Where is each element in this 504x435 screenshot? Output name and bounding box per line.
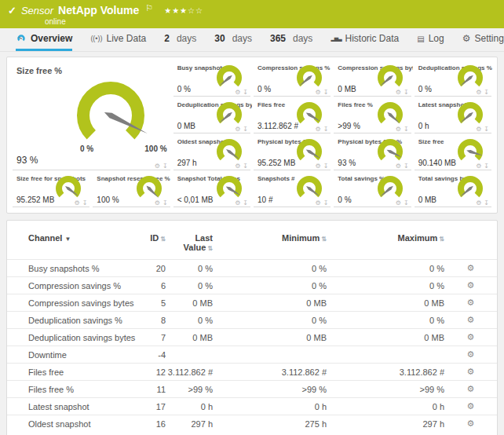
tab-overview[interactable]: Overview <box>16 28 72 51</box>
cell-edit: ⚙ <box>444 277 497 294</box>
table-row: Compression savings bytes50 MB0 MB0 MB⚙ <box>7 294 497 312</box>
tab-settings[interactable]: ⚙ Settings <box>462 28 504 51</box>
gear-icon[interactable]: ⚙ <box>235 200 240 207</box>
pin-icon[interactable]: ↧ <box>484 200 489 207</box>
cell-last: 0 MB <box>166 294 213 312</box>
chart-icon: ▂▅▃ <box>331 35 341 42</box>
tab-log[interactable]: ▤ Log <box>417 28 444 51</box>
gear-icon[interactable]: ⚙ <box>235 126 240 133</box>
gauge-tile: Busy snapshots %0 %⚙↧ <box>172 61 252 98</box>
pin-icon[interactable]: ↧ <box>243 126 248 133</box>
pin-icon[interactable]: ↧ <box>243 90 248 96</box>
pin-icon[interactable]: ↧ <box>163 200 168 207</box>
cell-max: 0 MB <box>327 329 444 346</box>
pin-icon[interactable]: ↧ <box>484 163 489 170</box>
pin-icon[interactable]: ↧ <box>484 90 489 96</box>
col-minimum[interactable]: Minimum⇅ <box>213 230 327 260</box>
col-last-value[interactable]: Last Value⇅ <box>166 230 213 260</box>
pin-icon[interactable]: ↧ <box>404 126 409 133</box>
pin-icon[interactable]: ↧ <box>404 200 409 207</box>
pin-icon[interactable]: ↧ <box>404 90 409 96</box>
tile-actions: ⚙↧ <box>235 90 248 96</box>
pin-icon[interactable]: ↧ <box>82 200 88 207</box>
log-icon: ▤ <box>417 35 424 43</box>
gear-icon[interactable]: ⚙ <box>315 90 320 96</box>
gauge-tile: Size free90.140 MB⚙↧ <box>413 135 493 172</box>
col-channel[interactable]: Channel▼ <box>7 230 141 260</box>
gauge-value: 297 h <box>177 159 197 167</box>
gear-icon[interactable]: ⚙ <box>396 163 401 170</box>
edit-channel-icon[interactable]: ⚙ <box>467 332 475 342</box>
edit-channel-icon[interactable]: ⚙ <box>467 384 475 393</box>
tile-actions: ⚙↧ <box>74 200 87 207</box>
cell-max: 297 h <box>327 415 444 433</box>
gear-icon[interactable]: ⚙ <box>476 126 481 133</box>
cell-last: 3.112.862 # <box>166 364 213 381</box>
cell-id: 7 <box>141 329 166 346</box>
cell-max: 3.112.862 # <box>327 364 444 381</box>
edit-channel-icon[interactable]: ⚙ <box>467 367 475 376</box>
priority-stars[interactable]: ★★★☆☆ <box>164 6 203 15</box>
edit-channel-icon[interactable]: ⚙ <box>467 401 475 411</box>
gear-icon[interactable]: ⚙ <box>476 90 481 96</box>
gear-icon[interactable]: ⚙ <box>476 200 481 207</box>
table-row: Busy snapshots %200 %0 %0 %⚙ <box>7 260 497 277</box>
pin-icon[interactable]: ↧ <box>404 163 409 170</box>
gauge-value: < 0,01 MB <box>177 196 214 204</box>
tab-historic-data[interactable]: ▂▅▃ Historic Data <box>331 28 399 51</box>
cell-ch: Downtime <box>7 346 141 364</box>
object-kind-label: Sensor <box>21 5 53 16</box>
tile-actions: ⚙↧ <box>235 163 248 170</box>
tile-actions: ⚙↧ <box>155 200 168 207</box>
pin-icon[interactable]: ↧ <box>163 163 168 170</box>
gauge-value: 0 % <box>257 85 271 93</box>
cell-edit: ⚙ <box>444 312 497 329</box>
tab-30-days[interactable]: 30 days <box>214 28 252 51</box>
gear-icon[interactable]: ⚙ <box>155 163 160 170</box>
gauge-title: Size free <box>418 138 444 145</box>
gauge-value: 0 MB <box>338 85 356 93</box>
pin-icon[interactable]: ↧ <box>243 163 248 170</box>
gear-icon[interactable]: ⚙ <box>396 200 401 207</box>
gear-icon[interactable]: ⚙ <box>235 90 240 96</box>
tab-2-days[interactable]: 2 days <box>164 28 196 51</box>
pin-icon[interactable]: ↧ <box>484 126 489 133</box>
tab-live-data[interactable]: ((•)) Live Data <box>90 28 146 51</box>
gauge-tile: Deduplication savings %0 %⚙↧ <box>413 61 493 98</box>
edit-channel-icon[interactable]: ⚙ <box>467 298 475 307</box>
gear-icon[interactable]: ⚙ <box>155 200 160 207</box>
col-label: Minimum <box>282 233 320 243</box>
pin-icon[interactable]: ↧ <box>323 163 329 170</box>
gear-icon[interactable]: ⚙ <box>396 90 401 96</box>
edit-channel-icon[interactable]: ⚙ <box>467 280 475 290</box>
cell-ch: Compression savings bytes <box>7 294 141 312</box>
gauge-value: 90.140 MB <box>418 159 456 167</box>
col-maximum[interactable]: Maximum⇅ <box>327 230 444 260</box>
tile-actions: ⚙↧ <box>315 163 328 170</box>
edit-channel-icon[interactable]: ⚙ <box>467 349 475 359</box>
cell-id: 8 <box>141 312 166 329</box>
gear-icon[interactable]: ⚙ <box>396 126 401 133</box>
cell-min: 0 h <box>213 398 327 415</box>
tab-365-days[interactable]: 365 days <box>270 28 312 51</box>
gear-icon[interactable]: ⚙ <box>74 200 79 207</box>
gear-icon[interactable]: ⚙ <box>315 126 320 133</box>
gear-icon[interactable]: ⚙ <box>315 200 320 207</box>
prtg-sensor-page: ✓ Sensor NetApp Volume ⚐ ★★★☆☆ online Ov… <box>0 0 504 435</box>
tile-actions: ⚙↧ <box>396 90 409 96</box>
gear-icon[interactable]: ⚙ <box>476 163 481 170</box>
pin-icon[interactable]: ↧ <box>243 200 248 207</box>
flag-icon[interactable]: ⚐ <box>145 3 153 13</box>
pin-icon[interactable]: ↧ <box>323 200 329 207</box>
tile-actions: ⚙↧ <box>396 163 409 170</box>
edit-channel-icon[interactable]: ⚙ <box>467 315 475 324</box>
pin-icon[interactable]: ↧ <box>323 126 329 133</box>
col-id[interactable]: ID⇅ <box>141 230 166 260</box>
edit-channel-icon[interactable]: ⚙ <box>467 263 475 272</box>
tab-unit: days <box>177 33 196 44</box>
pin-icon[interactable]: ↧ <box>323 90 329 96</box>
gear-icon[interactable]: ⚙ <box>315 163 320 170</box>
gear-icon[interactable]: ⚙ <box>235 163 240 170</box>
edit-channel-icon[interactable]: ⚙ <box>467 419 475 428</box>
cell-edit: ⚙ <box>444 346 497 364</box>
